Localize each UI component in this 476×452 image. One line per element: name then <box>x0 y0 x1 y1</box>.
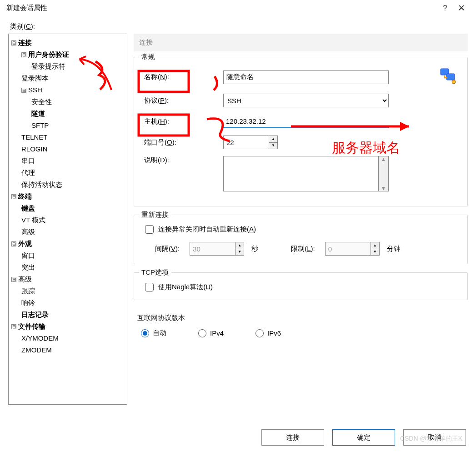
tree-toggle-icon[interactable]: ⊟ <box>21 52 26 57</box>
tree-item-zmodem[interactable]: ZMODEM <box>21 344 125 356</box>
tree-toggle-icon[interactable]: ⊟ <box>11 194 16 199</box>
svg-point-2 <box>452 80 456 84</box>
close-button[interactable]: ✕ <box>453 3 470 13</box>
protocol-select[interactable]: SSH <box>223 94 389 107</box>
tree-item-file-transfer[interactable]: 文件传输 <box>18 322 45 330</box>
tree-toggle-icon[interactable]: ⊟ <box>11 277 16 282</box>
limit-input <box>325 242 371 256</box>
name-input[interactable] <box>223 70 389 84</box>
spin-down-icon: ▼ <box>235 249 244 256</box>
window-title: 新建会话属性 <box>6 4 437 12</box>
radio-auto[interactable] <box>141 329 149 337</box>
scrollbar[interactable]: ▲▼ <box>379 156 389 191</box>
host-input[interactable] <box>223 115 389 128</box>
category-tree[interactable]: ⊟连接 ⊟用户身份验证 登录提示符 登录脚本 ⊟SSH 安全性 隧道 SFTP <box>8 34 127 405</box>
settings-panel: 连接 常规 名称(N): <box>134 34 468 405</box>
label-limit: 限制(L): <box>291 245 315 253</box>
tree-item-trace[interactable]: 跟踪 <box>21 285 125 297</box>
radio-ipv6[interactable] <box>256 329 264 337</box>
port-input[interactable] <box>223 136 269 149</box>
tree-item-keepalive[interactable]: 保持活动状态 <box>21 179 125 191</box>
ok-button[interactable]: 确定 <box>332 429 395 446</box>
label-host: 主机(H): <box>141 117 223 126</box>
tree-item-keyboard[interactable]: 键盘 <box>21 202 125 214</box>
tree-item-highlight[interactable]: 突出 <box>21 261 125 273</box>
tree-item-login-script[interactable]: 登录脚本 <box>21 72 125 84</box>
tree-item-advanced[interactable]: 高级 <box>18 275 32 283</box>
tree-item-log[interactable]: 日志记录 <box>21 309 125 321</box>
group-general: 常规 名称(N): 协议(P): SSH <box>134 57 468 206</box>
group-ip-version: 互联网协议版本 自动 IPv4 IPv6 <box>134 308 468 341</box>
port-spin-down[interactable]: ▼ <box>269 142 278 150</box>
tree-item-serial[interactable]: 串口 <box>21 155 125 167</box>
tree-item-auth[interactable]: 用户身份验证 <box>28 50 69 58</box>
spin-down-icon: ▼ <box>371 249 380 256</box>
tree-toggle-icon[interactable]: ⊟ <box>11 241 16 246</box>
help-button[interactable]: ? <box>437 4 453 13</box>
description-input[interactable] <box>223 156 379 191</box>
label-desc: 说明(D): <box>141 156 223 165</box>
tree-item-xymodem[interactable]: X/YMODEM <box>21 332 125 344</box>
port-spin-up[interactable]: ▲ <box>269 136 278 142</box>
group-tcp: TCP选项 使用Nagle算法(U) <box>134 272 468 300</box>
cancel-button[interactable]: 取消 <box>403 429 466 446</box>
tree-item-connection[interactable]: 连接 <box>18 39 32 46</box>
tree-item-vtmode[interactable]: VT 模式 <box>21 214 125 226</box>
tree-item-telnet[interactable]: TELNET <box>21 131 125 143</box>
nagle-checkbox[interactable] <box>145 283 154 291</box>
tree-item-window[interactable]: 窗口 <box>21 250 125 261</box>
tree-item-proxy[interactable]: 代理 <box>21 167 125 179</box>
nagle-checkbox-label: 使用Nagle算法(U) <box>158 283 213 291</box>
tree-item-ssh[interactable]: SSH <box>28 86 42 94</box>
tree-toggle-icon[interactable]: ⊟ <box>11 40 16 45</box>
connect-button[interactable]: 连接 <box>261 429 324 446</box>
tree-toggle-icon[interactable]: ⊟ <box>21 88 26 93</box>
tree-item-advanced-term[interactable]: 高级 <box>21 226 125 238</box>
tree-toggle-icon[interactable]: ⊟ <box>11 324 16 329</box>
reconnect-checkbox[interactable] <box>145 225 154 234</box>
tree-item-tunnel[interactable]: 隧道 <box>31 108 125 120</box>
tree-item-sftp[interactable]: SFTP <box>31 120 125 131</box>
label-protocol: 协议(P): <box>141 96 223 105</box>
section-header: 连接 <box>134 34 468 51</box>
network-icon <box>439 67 457 85</box>
tree-item-bell[interactable]: 响铃 <box>21 297 125 309</box>
spin-up-icon: ▲ <box>371 242 380 249</box>
tree-item-security[interactable]: 安全性 <box>31 96 125 108</box>
title-bar: 新建会话属性 ? ✕ <box>0 0 476 18</box>
spin-up-icon: ▲ <box>235 242 244 249</box>
svg-rect-1 <box>446 74 455 80</box>
category-label: 类别(C): <box>10 22 468 31</box>
interval-input <box>190 242 235 256</box>
group-reconnect: 重新连接 连接异常关闭时自动重新连接(A) 间隔(V): ▲▼ 秒 限制(L):… <box>134 215 468 264</box>
tree-item-rlogin[interactable]: RLOGIN <box>21 143 125 155</box>
label-port: 端口号(O): <box>141 138 223 147</box>
tree-item-login-prompt[interactable]: 登录提示符 <box>31 60 125 72</box>
label-interval: 间隔(V): <box>155 245 180 253</box>
dialog-button-row: 连接 确定 取消 <box>261 429 466 446</box>
tree-item-appearance[interactable]: 外观 <box>18 240 32 247</box>
label-name: 名称(N): <box>141 73 223 81</box>
reconnect-checkbox-label: 连接异常关闭时自动重新连接(A) <box>158 225 256 234</box>
tree-item-terminal[interactable]: 终端 <box>18 192 32 200</box>
radio-ipv4[interactable] <box>198 329 206 337</box>
